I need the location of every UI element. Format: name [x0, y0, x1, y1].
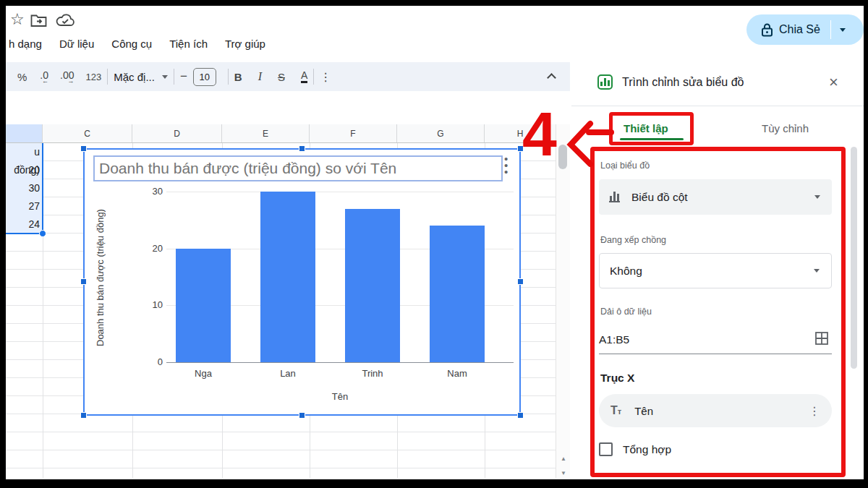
cell-header[interactable]: u đồng)	[6, 143, 43, 161]
selected-data-column: u đồng) 20 30 27 24	[6, 143, 43, 234]
column-header-e[interactable]: E	[222, 124, 310, 142]
column-header-c[interactable]: C	[43, 124, 132, 142]
scroll-down-icon[interactable]: ▼	[559, 470, 568, 476]
text-color-button[interactable]: A	[301, 70, 307, 83]
y-tick-10: 10	[137, 299, 163, 310]
menu-format[interactable]: h dạng	[1, 35, 49, 53]
selection-range-border	[42, 143, 43, 234]
selection-range-border	[6, 233, 43, 234]
scroll-up-icon[interactable]: ▲	[559, 455, 568, 462]
decrease-decimal-button[interactable]: .0←	[40, 69, 48, 85]
toolbar-divider	[174, 69, 174, 85]
x-category-label: Nam	[415, 368, 499, 379]
font-name-caret-icon[interactable]	[162, 75, 168, 79]
decrease-font-size-button[interactable]: −	[180, 69, 187, 84]
bold-button[interactable]: B	[234, 71, 242, 83]
strikethrough-button[interactable]: S	[278, 71, 285, 83]
chart-resize-handle[interactable]	[299, 412, 305, 419]
toolbar-more-button[interactable]: ⋮	[320, 70, 331, 84]
font-name-select[interactable]: Mặc đị...	[114, 71, 155, 83]
column-header-selected[interactable]	[6, 124, 43, 142]
menu-extensions[interactable]: Tiện ích	[162, 35, 215, 53]
y-tick-30: 30	[137, 186, 163, 197]
number-format-button[interactable]: 123	[86, 72, 102, 82]
column-headers: C D E F G H	[6, 124, 556, 143]
font-size-input[interactable]: 10	[193, 68, 216, 86]
tab-setup[interactable]: Thiết lập	[624, 122, 668, 134]
y-tick-0: 0	[137, 356, 163, 367]
chart-resize-handle[interactable]	[517, 278, 524, 285]
column-header-d[interactable]: D	[132, 124, 222, 142]
share-label: Chia Sẻ	[779, 23, 820, 36]
toolbar-divider	[313, 69, 314, 85]
chart-resize-handle[interactable]	[80, 412, 87, 419]
chart-title: Doanh thu bán được (triệu đồng) so với T…	[95, 160, 396, 177]
menu-tools[interactable]: Công cụ	[104, 35, 159, 53]
column-header-g[interactable]: G	[397, 124, 485, 142]
cloud-saved-icon[interactable]	[55, 12, 75, 28]
chart-resize-handle[interactable]	[80, 145, 87, 152]
chart-resize-handle[interactable]	[517, 412, 524, 419]
panel-scrollbar-thumb[interactable]	[851, 147, 857, 369]
toolbar: % .0← .00→ 123 Mặc đị... − 10 B I S A ⋮	[6, 62, 570, 91]
chart-menu-icon[interactable]: •••	[504, 155, 508, 175]
share-caret-icon[interactable]	[840, 28, 846, 32]
x-axis-title: Tên	[298, 391, 382, 402]
x-axis-line	[166, 362, 514, 363]
grid-scrollbar-thumb[interactable]	[558, 145, 567, 169]
column-header-f[interactable]: F	[310, 124, 397, 142]
menu-help[interactable]: Trợ giúp	[218, 35, 273, 53]
percent-format-button[interactable]: %	[17, 71, 27, 83]
bar-Trinh	[345, 209, 400, 362]
selection-fill-handle[interactable]	[39, 230, 46, 237]
annotation-box-panel	[590, 147, 846, 477]
x-category-label: Nga	[161, 368, 245, 379]
x-category-label: Trinh	[331, 368, 414, 379]
chart-title-box[interactable]: Doanh thu bán được (triệu đồng) so với T…	[93, 155, 503, 181]
menubar: h dạng Dữ liệu Công cụ Tiện ích Trợ giúp	[1, 35, 273, 53]
y-tick-20: 20	[137, 243, 163, 254]
move-folder-icon[interactable]	[30, 13, 48, 27]
toolbar-divider	[228, 69, 229, 85]
x-category-label: Lan	[246, 368, 330, 379]
embedded-chart[interactable]: Doanh thu bán được (triệu đồng) so với T…	[83, 148, 521, 416]
chart-editor-icon	[597, 74, 613, 90]
cell-value[interactable]: 27	[6, 197, 43, 215]
toolbar-divider	[107, 69, 108, 85]
bar-Lan	[260, 192, 315, 362]
grid-vertical-scrollbar[interactable]	[556, 124, 570, 478]
tab-customize[interactable]: Tùy chỉnh	[762, 122, 809, 134]
panel-title: Trình chỉnh sửa biểu đồ	[622, 76, 744, 89]
share-button[interactable]: Chia Sẻ	[746, 14, 864, 45]
cell-value[interactable]: 24	[6, 215, 43, 234]
close-panel-icon[interactable]: ×	[829, 73, 838, 92]
increase-decimal-button[interactable]: .00→	[60, 69, 74, 85]
bar-Nam	[430, 226, 485, 362]
y-axis-title: Doanh thu bán được (triệu đồng)	[95, 189, 109, 367]
step-number: 4	[522, 98, 557, 170]
collapse-toolbar-icon[interactable]	[547, 73, 556, 82]
share-divider	[830, 20, 831, 39]
star-icon[interactable]: ☆	[10, 10, 25, 29]
cell-value[interactable]: 30	[6, 179, 43, 197]
chart-resize-handle[interactable]	[80, 278, 87, 285]
tab-setup-underline	[620, 138, 684, 140]
menu-data[interactable]: Dữ liệu	[52, 35, 101, 53]
lock-icon	[761, 23, 773, 37]
bar-Nga	[176, 249, 231, 362]
italic-button[interactable]: I	[258, 70, 262, 83]
chart-resize-handle[interactable]	[299, 145, 305, 152]
